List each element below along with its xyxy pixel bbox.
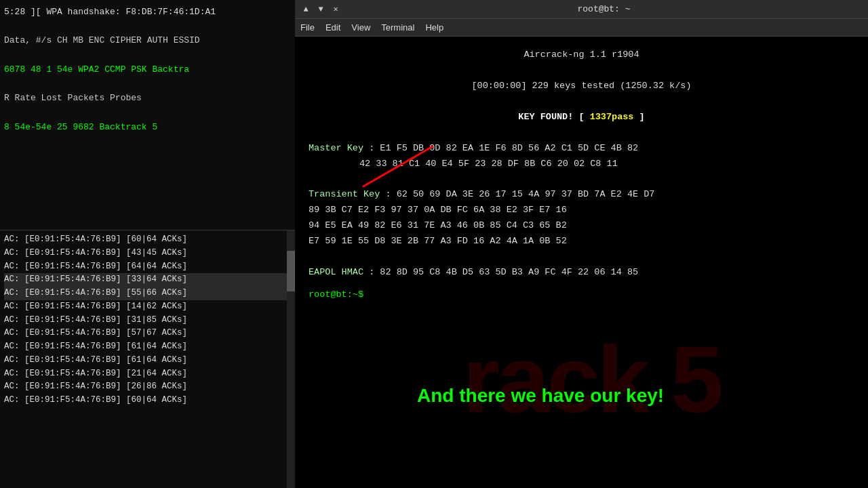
master-key-line1: Master Key : E1 F5 DB 0D 82 EA 1E F6 8D … xyxy=(309,141,854,157)
wpa-handshake-line: 5:28 ][ WPA handshake: F8:DB:7F:46:1D:A1 xyxy=(4,5,291,20)
eapol-data: : 82 8D 95 C8 4B D5 63 5D B3 A9 FC 4F 22… xyxy=(369,267,638,277)
ac-line-6: AC: [E0:91:F5:4A:76:B9] [14|62 ACKs] xyxy=(4,300,291,314)
station-header: R Rate Lost Packets Probes xyxy=(4,92,291,106)
key-found-close: ] xyxy=(639,112,645,122)
ac-line-8: AC: [E0:91:F5:4A:76:B9] [57|67 ACKs] xyxy=(4,327,291,340)
key-found-value: 1337pass xyxy=(590,112,634,122)
transient-key-line3: 94 E5 EA 49 82 E6 31 7E A3 46 0B 85 C4 C… xyxy=(309,218,854,234)
left-terminal: 5:28 ][ WPA handshake: F8:DB:7F:46:1D:A1… xyxy=(0,0,295,488)
menu-file[interactable]: File xyxy=(300,22,315,33)
spacer1 xyxy=(4,20,291,34)
transient-key-line1: Transient Key : 62 50 69 DA 3E 26 17 15 … xyxy=(309,187,854,203)
transient-key-label: Transient Key xyxy=(309,189,380,199)
transient-key-line2: 89 3B C7 E2 F3 97 37 0A DB FC 6A 38 E2 3… xyxy=(309,203,854,218)
transient-key-data1: : 62 50 69 DA 3E 26 17 15 4A 97 37 BD 7A… xyxy=(385,189,654,199)
left-top-area: 5:28 ][ WPA handshake: F8:DB:7F:46:1D:A1… xyxy=(0,0,295,230)
master-key-label: Master Key xyxy=(309,143,363,153)
ac-line-3: AC: [E0:91:F5:4A:76:B9] [64|64 ACKs] xyxy=(4,260,291,274)
ac-line-4: AC: [E0:91:F5:4A:76:B9] [33|64 ACKs] xyxy=(4,273,291,287)
terminal-prompt: root@bt:~$ xyxy=(309,287,854,303)
ac-line-2: AC: [E0:91:F5:4A:76:B9] [43|45 ACKs] xyxy=(4,247,291,260)
spacer-line-3 xyxy=(309,125,854,141)
terminal-content: rack 5 Aircrack-ng 1.1 r1904 [00:00:00] … xyxy=(295,37,868,488)
spacer4 xyxy=(4,107,291,121)
ac-line-12: AC: [E0:91:F5:4A:76:B9] [26|86 ACKs] xyxy=(4,380,291,394)
ac-line-10: AC: [E0:91:F5:4A:76:B9] [61|64 ACKs] xyxy=(4,354,291,367)
ac-line-9: AC: [E0:91:F5:4A:76:B9] [61|64 ACKs] xyxy=(4,340,291,354)
station-data: 8 54e-54e 25 9682 Backtrack 5 xyxy=(4,121,291,135)
ac-line-5: AC: [E0:91:F5:4A:76:B9] [55|66 ACKs] xyxy=(4,287,291,300)
close-button[interactable]: ✕ xyxy=(330,4,341,15)
network-data: 6878 48 1 54e WPA2 CCMP PSK Backtra xyxy=(4,63,291,77)
key-found-line: KEY FOUND! [ 1337pass ] xyxy=(309,110,854,125)
scrollbar-thumb[interactable] xyxy=(287,251,295,291)
master-key-data1: : E1 F5 DB 0D 82 EA 1E F6 8D 56 A2 C1 5D… xyxy=(369,143,638,153)
scrollbar-track[interactable] xyxy=(287,230,295,488)
spacer-line-5 xyxy=(309,249,854,265)
spacer-line-1 xyxy=(309,63,854,79)
transient-key-line4: E7 59 1E 55 D8 3E 2B 77 A3 FD 16 A2 4A 1… xyxy=(309,234,854,249)
eapol-line: EAPOL HMAC : 82 8D 95 C8 4B D5 63 5D B3 … xyxy=(309,265,854,281)
menu-bar: File Edit View Terminal Help xyxy=(295,19,868,37)
menu-help[interactable]: Help xyxy=(425,22,443,33)
eapol-label: EAPOL HMAC xyxy=(309,267,363,277)
spacer2 xyxy=(4,49,291,63)
left-bottom-area: AC: [E0:91:F5:4A:76:B9] [60|64 ACKs] AC:… xyxy=(0,230,295,488)
ac-line-1: AC: [E0:91:F5:4A:76:B9] [60|64 ACKs] xyxy=(4,233,291,247)
key-found-label: KEY FOUND! [ xyxy=(518,112,584,122)
spacer-line-4 xyxy=(309,172,854,188)
menu-view[interactable]: View xyxy=(351,22,370,33)
menu-edit[interactable]: Edit xyxy=(326,22,340,33)
annotation-text: And there we have our key! xyxy=(417,385,664,407)
restore-button[interactable]: ▼ xyxy=(315,4,326,15)
ac-list: AC: [E0:91:F5:4A:76:B9] [60|64 ACKs] AC:… xyxy=(0,233,295,407)
watermark-text: rack 5 xyxy=(462,325,721,434)
keys-tested-line: [00:00:00] 229 keys tested (1250.32 k/s) xyxy=(309,79,854,94)
minimize-button[interactable]: ▲ xyxy=(300,4,311,15)
window-title: root@bt: ~ xyxy=(345,4,863,14)
ac-line-13: AC: [E0:91:F5:4A:76:B9] [60|64 ACKs] xyxy=(4,394,291,407)
column-header: Data, #/s CH MB ENC CIPHER AUTH ESSID xyxy=(4,34,291,48)
menu-terminal[interactable]: Terminal xyxy=(381,22,414,33)
watermark: rack 5 xyxy=(329,285,854,474)
ac-line-11: AC: [E0:91:F5:4A:76:B9] [21|64 ACKs] xyxy=(4,367,291,381)
spacer3 xyxy=(4,77,291,92)
spacer-line-2 xyxy=(309,94,854,110)
title-bar: ▲ ▼ ✕ root@bt: ~ xyxy=(295,0,868,19)
ac-line-7: AC: [E0:91:F5:4A:76:B9] [31|85 ACKs] xyxy=(4,314,291,327)
aircrack-header: Aircrack-ng 1.1 r1904 xyxy=(309,47,854,63)
right-terminal: ▲ ▼ ✕ root@bt: ~ File Edit View Terminal… xyxy=(295,0,868,488)
